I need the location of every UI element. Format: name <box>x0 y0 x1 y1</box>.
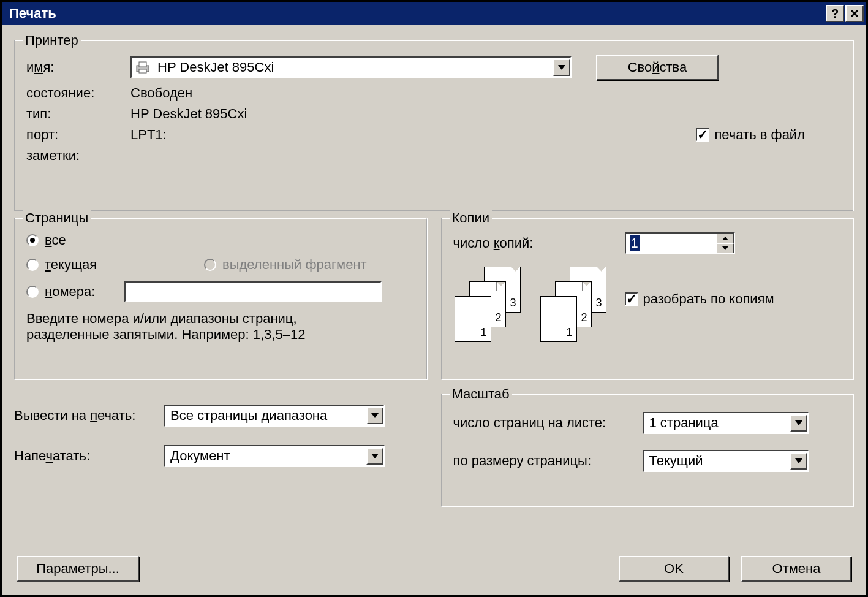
type-label: тип: <box>26 106 130 122</box>
svg-rect-2 <box>139 69 146 73</box>
copies-count-spinner[interactable]: 1 <box>625 232 735 254</box>
collate-checkbox[interactable]: ✓ разобрать по копиям <box>625 291 774 307</box>
status-label: состояние: <box>26 85 130 101</box>
dialog-title: Печать <box>9 6 825 21</box>
print-dialog: Печать ? Принтер имя: HP DeskJet 895Cxi <box>0 0 868 597</box>
printer-name-value: HP DeskJet 895Cxi <box>155 59 553 75</box>
printer-icon <box>134 61 151 74</box>
spinner-down[interactable] <box>717 243 734 253</box>
chevron-down-icon[interactable] <box>790 414 807 432</box>
pages-hint-1: Введите номера и/или диапазоны страниц, <box>26 311 415 327</box>
properties-button[interactable]: Свойства <box>596 55 719 80</box>
print-scope-dropdown[interactable]: Все страницы диапазона <box>164 405 385 427</box>
print-what-label: Напечатать: <box>14 448 164 464</box>
printer-legend: Принтер <box>23 32 81 48</box>
print-to-file-label: печать в файл <box>714 127 805 143</box>
collate-preview-2: 3 2 1 <box>539 267 613 340</box>
pages-current-radio[interactable]: текущая <box>26 257 204 273</box>
print-what-dropdown[interactable]: Документ <box>164 445 385 467</box>
options-button[interactable]: Параметры... <box>17 556 139 582</box>
pages-group: Страницы все текущая <box>14 218 428 380</box>
chevron-down-icon[interactable] <box>553 59 570 76</box>
cancel-button[interactable]: Отмена <box>741 556 851 582</box>
scale-legend: Масштаб <box>450 386 512 402</box>
port-value: LPT1: <box>130 127 167 143</box>
help-button[interactable]: ? <box>826 5 844 22</box>
printer-group: Принтер имя: HP DeskJet 895Cxi Свойства <box>14 40 854 211</box>
status-value: Свободен <box>130 85 192 101</box>
type-value: HP DeskJet 895Cxi <box>130 106 247 122</box>
svg-rect-1 <box>139 62 146 67</box>
scale-group: Масштаб число страниц на листе: 1 страни… <box>441 394 855 507</box>
print-to-file-checkbox[interactable]: ✓ печать в файл <box>696 127 805 143</box>
close-button[interactable] <box>845 5 864 22</box>
port-label: порт: <box>26 127 130 143</box>
pages-per-sheet-label: число страниц на листе: <box>453 415 643 431</box>
ok-button[interactable]: OK <box>619 556 729 582</box>
pages-selection-label: выделенный фрагмент <box>222 257 367 273</box>
pages-per-sheet-dropdown[interactable]: 1 страница <box>643 412 809 434</box>
close-icon <box>850 9 859 18</box>
pages-hint-2: разделенные запятыми. Например: 1,3,5–12 <box>26 327 415 343</box>
titlebar: Печать ? <box>2 2 866 25</box>
fit-to-label: по размеру страницы: <box>453 453 643 469</box>
chevron-down-icon[interactable] <box>790 452 807 470</box>
fit-to-dropdown[interactable]: Текущий <box>643 450 809 472</box>
notes-label: заметки: <box>26 148 130 164</box>
chevron-down-icon[interactable] <box>366 407 383 424</box>
print-scope-label: Вывести на печать: <box>14 408 164 424</box>
printer-name-dropdown[interactable]: HP DeskJet 895Cxi <box>130 56 572 78</box>
pages-all-radio[interactable]: все <box>26 232 66 248</box>
pages-selection-radio: выделенный фрагмент <box>204 257 367 273</box>
printer-name-label: имя: <box>26 59 130 75</box>
pages-numbers-radio[interactable]: номера: <box>26 284 124 300</box>
copies-legend: Копии <box>450 210 492 226</box>
chevron-down-icon[interactable] <box>366 447 383 465</box>
pages-legend: Страницы <box>23 210 91 226</box>
copies-count-label: число копий: <box>453 235 625 251</box>
spinner-up[interactable] <box>717 234 734 243</box>
collate-preview-1: 3 2 1 <box>453 267 527 340</box>
pages-numbers-input[interactable] <box>124 281 382 302</box>
collate-label: разобрать по копиям <box>643 291 774 307</box>
copies-group: Копии число копий: 1 <box>441 218 855 380</box>
